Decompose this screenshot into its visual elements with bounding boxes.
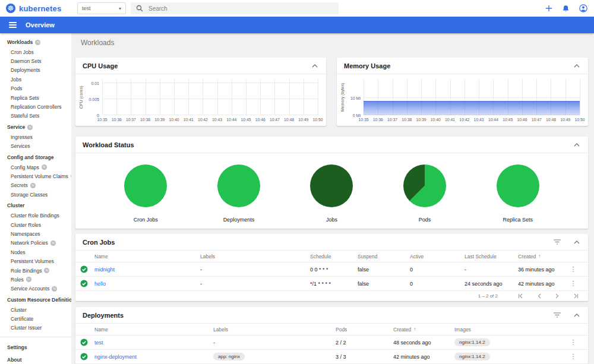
x-tick-label: 10:40: [169, 118, 179, 122]
x-tick-label: 10:47: [532, 118, 542, 122]
sidebar-item-nodes[interactable]: Nodes: [0, 248, 71, 257]
sidebar-item-stateful-sets[interactable]: Stateful Sets: [0, 112, 71, 121]
workload-status-pie-deployments: Deployments: [217, 164, 260, 223]
filter-button[interactable]: [552, 311, 562, 319]
collapse-card-button[interactable]: [311, 63, 319, 69]
sidebar-item-config-and-storage[interactable]: Config and Storage: [0, 152, 71, 163]
y-axis-label: Memory (bytes): [340, 79, 348, 115]
deployments-title: Deployments: [83, 312, 542, 319]
column-header-suspend[interactable]: Suspend: [358, 254, 410, 259]
collapse-card-button[interactable]: [573, 63, 581, 69]
sidebar-item-network-policies[interactable]: Network PoliciesN: [0, 239, 71, 248]
sidebar-item-cluster-issuer[interactable]: Cluster Issuer: [0, 324, 71, 333]
sidebar-item-storage-classes[interactable]: Storage Classes: [0, 190, 71, 199]
search-input[interactable]: [148, 5, 315, 12]
sidebar-item-role-bindings[interactable]: Role BindingsN: [0, 266, 71, 275]
sidebar-item-jobs[interactable]: Jobs: [0, 75, 71, 84]
resource-link[interactable]: test: [94, 340, 103, 346]
sidebar-item-services[interactable]: Services: [0, 142, 71, 151]
label-chip: nginx:1.14.2: [454, 338, 490, 346]
resource-link[interactable]: midnight: [94, 267, 115, 273]
column-header-images[interactable]: Images: [454, 327, 564, 333]
search-bar[interactable]: [131, 2, 339, 14]
sidebar-item-cluster[interactable]: Cluster: [0, 305, 71, 314]
sidebar-item-deployments[interactable]: Deployments: [0, 66, 71, 75]
column-header-labels[interactable]: Labels: [213, 327, 336, 333]
table-cell: false: [358, 281, 410, 287]
x-tick-label: 10:48: [546, 118, 556, 122]
chevron-up-icon: [574, 64, 580, 68]
sidebar-item-label: Custom Resource Definitions: [7, 297, 71, 303]
kubernetes-logo[interactable]: ☸ kubernetes: [6, 0, 61, 17]
sidebar-item-replication-controllers[interactable]: Replication Controllers: [0, 102, 71, 111]
table-cell: 2 / 2: [336, 340, 393, 346]
sidebar-item-secrets[interactable]: SecretsN: [0, 181, 71, 190]
sidebar-item-label: Config Maps: [11, 164, 39, 170]
cron-jobs-card-header: Cron Jobs: [75, 234, 588, 251]
notifications-button[interactable]: [562, 5, 570, 12]
sidebar-item-cluster[interactable]: Cluster: [0, 200, 71, 211]
row-actions-icon[interactable]: ⋮: [570, 353, 577, 360]
column-header-last-schedule[interactable]: Last Schedule: [465, 254, 518, 259]
sidebar-item-namespaces[interactable]: Namespaces: [0, 229, 71, 238]
sidebar-item-config-maps[interactable]: Config MapsN: [0, 163, 71, 172]
sidebar-item-daemon-sets[interactable]: Daemon Sets: [0, 56, 71, 65]
collapse-card-button[interactable]: [573, 312, 581, 318]
pie-chart: [310, 164, 353, 207]
sidebar-item-cluster-role-bindings[interactable]: Cluster Role Bindings: [0, 211, 71, 220]
sidebar-item-certificate[interactable]: Certificate: [0, 314, 71, 323]
column-header-schedule[interactable]: Schedule: [310, 254, 358, 259]
next-page-button[interactable]: [555, 293, 560, 299]
table-cell: 48 seconds ago: [393, 340, 454, 346]
collapse-card-button[interactable]: [573, 239, 581, 245]
x-tick-label: 10:42: [198, 118, 208, 122]
sidebar-item-pods[interactable]: Pods: [0, 84, 71, 93]
sidebar-item-about[interactable]: About: [0, 353, 71, 364]
namespace-selector[interactable]: test ▾: [77, 2, 126, 14]
column-header-label: Active: [410, 254, 424, 259]
resource-link[interactable]: hello: [94, 281, 106, 287]
sidebar-item-service[interactable]: ServiceN: [0, 122, 71, 132]
sidebar-item-label: Namespaces: [11, 231, 40, 237]
column-header-created[interactable]: Created↑: [518, 254, 564, 259]
filter-button[interactable]: [552, 238, 562, 246]
sidebar-item-custom-resource-definitions[interactable]: Custom Resource Definitions: [0, 295, 71, 305]
sidebar-item-settings[interactable]: Settings: [0, 341, 71, 353]
vertical-gridline: [102, 79, 103, 115]
row-actions-icon[interactable]: ⋮: [570, 265, 577, 273]
user-account-button[interactable]: [579, 4, 587, 12]
menu-icon[interactable]: [8, 21, 18, 29]
collapse-card-button[interactable]: [573, 142, 581, 148]
column-header-active[interactable]: Active: [410, 254, 465, 259]
pie-chart: [124, 164, 167, 207]
sidebar-item-persistent-volumes[interactable]: Persistent Volumes: [0, 257, 71, 265]
column-header-name[interactable]: Name: [94, 327, 213, 333]
x-tick-label: 10:43: [212, 118, 222, 122]
sidebar-item-service-accounts[interactable]: Service AccountsN: [0, 284, 71, 293]
row-actions-icon[interactable]: ⋮: [570, 280, 577, 287]
first-page-button[interactable]: [518, 293, 524, 299]
namespaced-badge: N: [50, 240, 56, 246]
sidebar-item-cron-jobs[interactable]: Cron Jobs: [0, 48, 71, 56]
create-resource-button[interactable]: [545, 5, 552, 12]
sidebar-item-workloads[interactable]: WorkloadsN: [0, 37, 71, 48]
sidebar-item-persistent-volume-claims[interactable]: Persistent Volume ClaimsN: [0, 172, 71, 181]
header-actions: [545, 0, 587, 17]
column-header-name[interactable]: Name: [94, 254, 200, 259]
column-header-labels[interactable]: Labels: [200, 254, 310, 259]
horizontal-gridline: [102, 83, 318, 83]
namespaced-badge: N: [35, 40, 40, 45]
table-cell: 0: [410, 267, 465, 273]
table-cell: 42 minutes ago: [393, 354, 454, 360]
column-header-pods[interactable]: Pods: [336, 327, 393, 333]
column-header-created[interactable]: Created↑: [393, 327, 454, 333]
resource-link[interactable]: nginx-deployment: [94, 354, 137, 360]
sidebar-item-replica-sets[interactable]: Replica Sets: [0, 93, 71, 102]
row-actions-icon[interactable]: ⋮: [570, 338, 577, 346]
sidebar-item-cluster-roles[interactable]: Cluster Roles: [0, 220, 71, 229]
last-page-button[interactable]: [573, 293, 579, 299]
x-tick-label: 10:41: [184, 118, 194, 122]
sidebar-item-ingresses[interactable]: Ingresses: [0, 132, 71, 141]
sidebar-item-roles[interactable]: RolesN: [0, 275, 71, 284]
previous-page-button[interactable]: [537, 293, 542, 299]
